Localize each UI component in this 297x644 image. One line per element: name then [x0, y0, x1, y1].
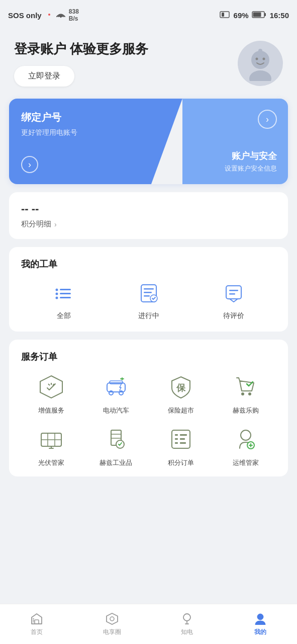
svg-rect-16: [60, 293, 71, 294]
order-pending-icon: [221, 280, 247, 306]
svg-point-8: [249, 70, 271, 81]
service-ev[interactable]: 电动汽车: [86, 373, 146, 415]
nav-circle-label: 电享圈: [103, 628, 121, 636]
profile-title: 登录账户 体验更多服务: [14, 40, 148, 58]
svg-rect-56: [180, 442, 186, 444]
svg-rect-12: [260, 51, 261, 55]
cards-section: 绑定户号 更好管理用电账号 › › 账户与安全 设置账户安全信息: [9, 99, 288, 184]
service-value-added[interactable]: 增值服务: [21, 373, 81, 415]
service-hzshop[interactable]: 赫兹乐购: [216, 373, 276, 415]
service-insurance-icon: 保: [167, 373, 195, 401]
svg-point-15: [55, 293, 58, 295]
svg-line-29: [48, 384, 50, 385]
service-maintenance[interactable]: 运维管家: [216, 425, 276, 467]
svg-rect-2: [220, 12, 229, 18]
svg-point-10: [263, 58, 265, 60]
card-left-desc: 更好管理用电账号: [21, 128, 170, 137]
svg-point-13: [55, 289, 58, 291]
card-right-arrow-top[interactable]: ›: [258, 110, 277, 129]
svg-rect-18: [60, 297, 71, 298]
account-security-card[interactable]: › 账户与安全 设置账户安全信息: [182, 99, 288, 184]
svg-rect-25: [229, 290, 238, 291]
nav-mine[interactable]: 我的: [245, 609, 275, 639]
login-button[interactable]: 立即登录: [14, 66, 74, 87]
service-points-orders-label: 积分订单: [168, 458, 194, 467]
service-maintenance-label: 运维管家: [233, 458, 259, 467]
nav-knowledge-label: 知电: [181, 628, 193, 636]
svg-rect-6: [264, 13, 266, 16]
svg-rect-52: [175, 438, 178, 440]
nav-home-label: 首页: [31, 628, 43, 636]
status-left: SOS only 838B/s: [8, 8, 79, 23]
nav-knowledge[interactable]: 知电: [172, 609, 202, 639]
nav-circle[interactable]: 电享圈: [95, 609, 129, 639]
status-bar: SOS only 838B/s 69%: [0, 0, 297, 30]
service-maintenance-icon: [232, 425, 260, 453]
svg-rect-5: [253, 12, 261, 17]
svg-point-39: [248, 392, 251, 395]
svg-rect-14: [60, 289, 71, 290]
svg-point-1: [60, 16, 61, 17]
points-detail-link[interactable]: 积分明细 ›: [21, 219, 276, 229]
order-all-icon: [51, 280, 77, 306]
work-orders-section: 我的工单 全部: [9, 247, 288, 332]
svg-rect-21: [144, 292, 152, 293]
card-left-arrow[interactable]: ›: [21, 156, 38, 173]
points-detail-chevron: ›: [54, 220, 57, 228]
profile-section: 登录账户 体验更多服务 立即登录: [0, 30, 297, 99]
svg-rect-55: [180, 438, 185, 440]
svg-rect-54: [180, 434, 187, 436]
svg-point-17: [55, 297, 58, 299]
signal-icons: [45, 11, 66, 20]
status-right: 69% 16:50: [220, 11, 289, 20]
order-inprogress-icon: [136, 280, 162, 306]
nav-circle-icon: [105, 612, 119, 626]
order-inprogress[interactable]: 进行中: [136, 280, 162, 320]
service-industrial[interactable]: 赫兹工业品: [86, 425, 146, 467]
avatar: [238, 41, 283, 86]
work-orders-list: 全部 进行中: [21, 280, 276, 320]
service-value-added-icon: [37, 373, 65, 401]
service-solar[interactable]: 光伏管家: [21, 425, 81, 467]
bind-account-card[interactable]: 绑定户号 更好管理用电账号 ›: [9, 99, 182, 184]
service-points-orders[interactable]: 积分订单: [151, 425, 211, 467]
service-hzshop-label: 赫兹乐购: [233, 406, 259, 415]
service-grid: 增值服务 电动汽车 保: [21, 373, 276, 467]
profile-text: 登录账户 体验更多服务 立即登录: [14, 40, 148, 87]
card-right-desc: 设置账户安全信息: [225, 164, 277, 173]
service-solar-icon: [37, 425, 65, 453]
bottom-nav: 首页 电享圈 知电 我的: [0, 604, 297, 644]
svg-rect-3: [222, 13, 224, 17]
time: 16:50: [270, 11, 289, 20]
nav-mine-icon: [253, 612, 267, 626]
points-detail-label: 积分明细: [21, 219, 51, 229]
svg-point-67: [183, 614, 190, 621]
service-title: 服务订单: [21, 351, 276, 363]
network-speed: 838B/s: [69, 8, 79, 23]
battery-percent: 69%: [234, 11, 249, 20]
card-right-title: 账户与安全: [225, 150, 277, 162]
service-hzshop-icon: [232, 373, 260, 401]
order-inprogress-label: 进行中: [138, 311, 159, 320]
service-insurance[interactable]: 保 保险超市: [151, 373, 211, 415]
svg-rect-53: [175, 442, 178, 444]
card-right-text: 账户与安全 设置账户安全信息: [225, 150, 277, 173]
points-value: -- --: [21, 202, 276, 215]
service-points-orders-icon: [167, 425, 195, 453]
nav-home-icon: [30, 612, 44, 626]
service-value-added-label: 增值服务: [38, 406, 64, 415]
svg-rect-61: [35, 620, 39, 624]
battery-icon: [252, 11, 267, 20]
order-pending[interactable]: 待评价: [221, 280, 247, 320]
points-section: -- -- 积分明细 ›: [9, 192, 288, 239]
svg-marker-65: [107, 613, 118, 624]
service-ev-icon: [102, 373, 130, 401]
service-industrial-icon: [102, 425, 130, 453]
card-left-title: 绑定户号: [21, 111, 170, 124]
nav-mine-label: 我的: [254, 628, 266, 636]
svg-rect-20: [144, 288, 154, 290]
order-all[interactable]: 全部: [51, 280, 77, 320]
order-pending-label: 待评价: [223, 311, 244, 320]
svg-marker-27: [40, 376, 62, 398]
nav-home[interactable]: 首页: [22, 609, 52, 639]
